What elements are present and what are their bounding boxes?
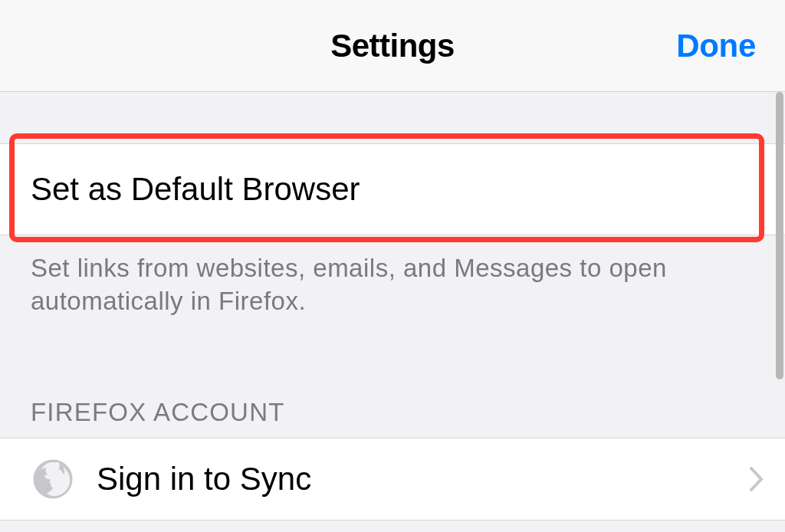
default-browser-description: Set links from websites, emails, and Mes… xyxy=(0,235,785,318)
header-bar: Settings Done xyxy=(0,0,785,92)
sign-in-sync-row[interactable]: Sign in to Sync xyxy=(0,438,785,521)
chevron-right-icon xyxy=(750,467,764,491)
done-button[interactable]: Done xyxy=(676,28,756,64)
scrollbar-thumb[interactable] xyxy=(776,92,783,379)
firefox-account-section-header: FIREFOX ACCOUNT xyxy=(0,398,785,438)
settings-content: Set as Default Browser Set links from we… xyxy=(0,92,785,521)
firefox-icon xyxy=(31,457,75,501)
set-default-browser-label: Set as Default Browser xyxy=(31,171,360,208)
sign-in-sync-label: Sign in to Sync xyxy=(97,461,728,498)
scrollbar[interactable] xyxy=(774,92,785,532)
set-default-browser-row[interactable]: Set as Default Browser xyxy=(0,143,785,235)
page-title: Settings xyxy=(330,28,455,64)
